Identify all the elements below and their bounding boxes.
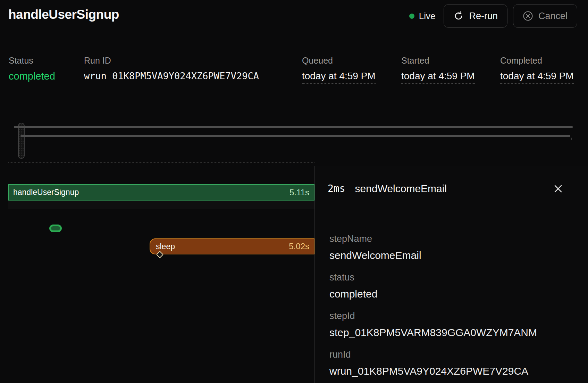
- meta-started-label: Started: [401, 56, 475, 66]
- field-step-id-value: step_01K8PM5VARM839GGA0WZYM7ANM: [329, 326, 574, 339]
- meta-run-id: Run ID wrun_01K8PM5VA9Y024XZ6PWE7V29CA: [84, 56, 259, 81]
- live-label: Live: [419, 11, 436, 22]
- minimap-span-sleep: [20, 135, 570, 137]
- meta-run-id-label: Run ID: [84, 56, 259, 66]
- field-step-name-value: sendWelcomeEmail: [329, 249, 574, 262]
- field-run-id-value: wrun_01K8PM5VA9Y024XZ6PWE7V29CA: [329, 365, 574, 377]
- sleep-bar-duration: 5.02s: [289, 242, 309, 251]
- field-step-id: stepId step_01K8PM5VARM839GGA0WZYM7ANM: [329, 310, 574, 339]
- meta-completed-label: Completed: [500, 56, 574, 66]
- timeline-bar-workflow[interactable]: handleUserSignup 5.11s: [8, 184, 314, 201]
- run-id-value: wrun_01K8PM5VA9Y024XZ6PWE7V29CA: [84, 71, 259, 81]
- timeline-gridline: [8, 162, 314, 163]
- completed-time-value: today at 4:59 PM: [500, 71, 574, 84]
- meta-completed: Completed today at 4:59 PM: [500, 56, 574, 84]
- field-status: status completed: [329, 272, 574, 300]
- live-dot-icon: [409, 14, 414, 19]
- minimap-tick: [571, 138, 572, 140]
- status-badge: completed: [9, 71, 55, 82]
- detail-step-title: sendWelcomeEmail: [355, 183, 447, 195]
- rerun-button-label: Re-run: [469, 11, 498, 22]
- workflow-bar-label: handleUserSignup: [13, 188, 79, 197]
- field-run-id-label: runId: [329, 349, 574, 360]
- timeline-row-band: [8, 201, 314, 209]
- field-run-id: runId wrun_01K8PM5VA9Y024XZ6PWE7V29CA: [329, 349, 574, 377]
- cancel-circle-x-icon: [523, 11, 533, 21]
- field-status-label: status: [329, 272, 574, 283]
- step-detail-panel: 2ms sendWelcomeEmail stepName sendWelcom…: [314, 166, 588, 383]
- field-step-name: stepName sendWelcomeEmail: [329, 233, 574, 262]
- live-indicator: Live: [409, 11, 436, 22]
- meta-started: Started today at 4:59 PM: [401, 56, 475, 84]
- sleep-bar-label: sleep: [156, 242, 175, 251]
- refresh-icon: [453, 11, 464, 21]
- detail-step-duration: 2ms: [328, 183, 345, 194]
- header-divider: [9, 101, 579, 101]
- header-controls: Live Re-run Cancel: [409, 4, 577, 28]
- close-panel-button[interactable]: [553, 183, 564, 194]
- started-time-value: today at 4:59 PM: [401, 71, 475, 84]
- field-step-id-label: stepId: [329, 310, 574, 321]
- page-title: handleUserSignup: [8, 7, 119, 22]
- detail-panel-body: stepName sendWelcomeEmail status complet…: [315, 211, 588, 377]
- cancel-button-label: Cancel: [538, 11, 568, 22]
- detail-panel-header: 2ms sendWelcomeEmail: [315, 166, 588, 211]
- queued-time-value: today at 4:59 PM: [302, 71, 376, 84]
- close-icon: [553, 190, 564, 195]
- cancel-button[interactable]: Cancel: [513, 4, 577, 28]
- meta-status: Status completed: [9, 56, 55, 82]
- rerun-button[interactable]: Re-run: [444, 4, 507, 28]
- workflow-bar-duration: 5.11s: [289, 188, 309, 197]
- timeline-marker-send-welcome-email[interactable]: [49, 225, 62, 232]
- minimap-span-workflow: [14, 126, 573, 128]
- field-status-value: completed: [329, 288, 574, 300]
- meta-queued: Queued today at 4:59 PM: [302, 56, 376, 84]
- field-step-name-label: stepName: [329, 233, 574, 244]
- timeline-bar-sleep[interactable]: sleep 5.02s: [150, 238, 314, 254]
- meta-status-label: Status: [9, 56, 55, 66]
- meta-queued-label: Queued: [302, 56, 376, 66]
